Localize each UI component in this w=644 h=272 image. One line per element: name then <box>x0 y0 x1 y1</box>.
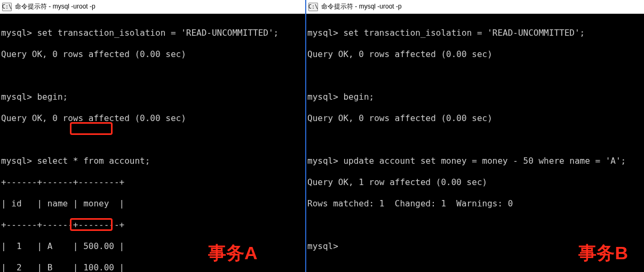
cmd-update: update account set money = money - 50 wh… <box>343 156 626 166</box>
mysql-prompt: mysql> <box>307 28 338 38</box>
caption-transaction-a: 事务A <box>208 241 258 266</box>
cmd-set-isolation: set transaction_isolation = 'READ-UNCOMM… <box>343 28 585 38</box>
mysql-prompt: mysql> <box>1 156 32 166</box>
terminal-window-b: C:\ 命令提示符 - mysql -uroot -p mysql> set t… <box>306 0 644 272</box>
terminal-window-a: C:\ 命令提示符 - mysql -uroot -p mysql> set t… <box>0 0 306 272</box>
cmd-icon: C:\ <box>2 3 12 11</box>
cmd-begin: begin; <box>343 92 374 102</box>
table-row: | 1 | A | 500.00 | <box>1 241 304 252</box>
terminal-output[interactable]: mysql> set transaction_isolation = 'READ… <box>306 14 644 272</box>
rows-matched: Rows matched: 1 Changed: 1 Warnings: 0 <box>307 198 643 209</box>
query-ok: Query OK, 0 rows affected (0.00 sec) <box>1 49 304 60</box>
query-ok: Query OK, 0 rows affected (0.00 sec) <box>307 113 643 124</box>
window-title: 命令提示符 - mysql -uroot -p <box>321 2 402 11</box>
mysql-prompt: mysql> <box>1 28 32 38</box>
query-ok: Query OK, 1 row affected (0.00 sec) <box>307 177 643 188</box>
mysql-prompt: mysql> <box>1 92 32 102</box>
query-ok: Query OK, 0 rows affected (0.00 sec) <box>307 49 643 60</box>
mysql-prompt: mysql> <box>307 92 338 102</box>
cmd-icon: C:\ <box>308 3 318 11</box>
table-border: +------+------+--------+ <box>1 177 304 188</box>
table-row: | 2 | B | 100.00 | <box>1 262 304 272</box>
titlebar[interactable]: C:\ 命令提示符 - mysql -uroot -p <box>306 0 644 14</box>
mysql-prompt: mysql> <box>307 241 338 251</box>
cmd-begin: begin; <box>37 92 68 102</box>
cmd-select: select * from account; <box>37 156 150 166</box>
cmd-set-isolation: set transaction_isolation = 'READ-UNCOMM… <box>37 28 279 38</box>
mysql-prompt: mysql> <box>307 156 338 166</box>
terminal-output[interactable]: mysql> set transaction_isolation = 'READ… <box>0 14 305 272</box>
window-title: 命令提示符 - mysql -uroot -p <box>15 2 96 11</box>
caption-transaction-b: 事务B <box>578 241 628 266</box>
query-ok: Query OK, 0 rows affected (0.00 sec) <box>1 113 304 124</box>
table-border: +------+------+--------+ <box>1 220 304 230</box>
table-header: | id | name | money | <box>1 198 304 209</box>
titlebar[interactable]: C:\ 命令提示符 - mysql -uroot -p <box>0 0 305 14</box>
